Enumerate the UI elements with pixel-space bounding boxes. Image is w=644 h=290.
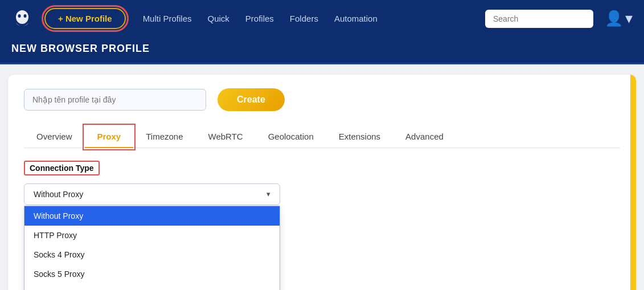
dropdown-item-tinsoft-proxy[interactable]: Tinsoft Proxy [24, 284, 280, 291]
tab-proxy[interactable]: Proxy [85, 126, 134, 148]
new-profile-button[interactable]: + New Profile [44, 8, 126, 29]
nav-links: Multi Profiles Quick Profiles Folders Au… [143, 14, 474, 23]
nav-link-profiles[interactable]: Profiles [245, 14, 274, 23]
connection-type-label: Connection Type [24, 161, 100, 175]
nav-link-quick[interactable]: Quick [207, 14, 229, 23]
tab-advanced[interactable]: Advanced [393, 126, 456, 148]
profile-name-input[interactable] [24, 89, 206, 111]
tab-webrtc[interactable]: WebRTC [196, 126, 256, 148]
tab-overview[interactable]: Overview [24, 126, 85, 148]
user-icon: 👤 [605, 10, 623, 27]
dropdown-item-http-proxy[interactable]: HTTP Proxy [24, 226, 280, 245]
logo-icon[interactable] [11, 8, 33, 30]
dropdown-item-without-proxy[interactable]: Without Proxy [24, 206, 280, 226]
svg-point-2 [24, 14, 27, 18]
search-input[interactable] [485, 10, 593, 28]
yellow-accent [630, 75, 636, 290]
tab-extensions[interactable]: Extensions [326, 126, 393, 148]
user-avatar[interactable]: 👤 ▾ [605, 10, 633, 27]
svg-point-1 [18, 14, 21, 18]
connection-type-section: Connection Type Without Proxy ▾ Without … [24, 161, 620, 291]
nav-link-automation[interactable]: Automation [334, 14, 378, 23]
main-content: Create Overview Proxy Timezone WebRTC Ge… [8, 75, 636, 290]
tab-geolocation[interactable]: Geolocation [256, 126, 326, 148]
dropdown-list: Without Proxy HTTP Proxy Socks 4 Proxy S… [24, 206, 280, 291]
create-button[interactable]: Create [218, 88, 285, 111]
tab-timezone[interactable]: Timezone [133, 126, 195, 148]
dropdown-chevron-icon: ▾ [266, 190, 270, 198]
page-title: NEW BROWSER PROFILE [11, 43, 633, 55]
page-title-bar: NEW BROWSER PROFILE [0, 37, 644, 64]
profile-name-row: Create [24, 88, 620, 111]
connection-type-dropdown[interactable]: Without Proxy ▾ [24, 183, 280, 205]
dropdown-item-socks5-proxy[interactable]: Socks 5 Proxy [24, 264, 280, 284]
svg-point-0 [16, 10, 28, 24]
tabs: Overview Proxy Timezone WebRTC Geolocati… [24, 126, 620, 148]
dropdown-item-socks4-proxy[interactable]: Socks 4 Proxy [24, 245, 280, 264]
dropdown-selected-value: Without Proxy [34, 190, 83, 199]
nav-link-folders[interactable]: Folders [290, 14, 318, 23]
navbar: + New Profile Multi Profiles Quick Profi… [0, 0, 644, 37]
user-chevron-icon: ▾ [625, 10, 633, 27]
nav-link-multi-profiles[interactable]: Multi Profiles [143, 14, 192, 23]
